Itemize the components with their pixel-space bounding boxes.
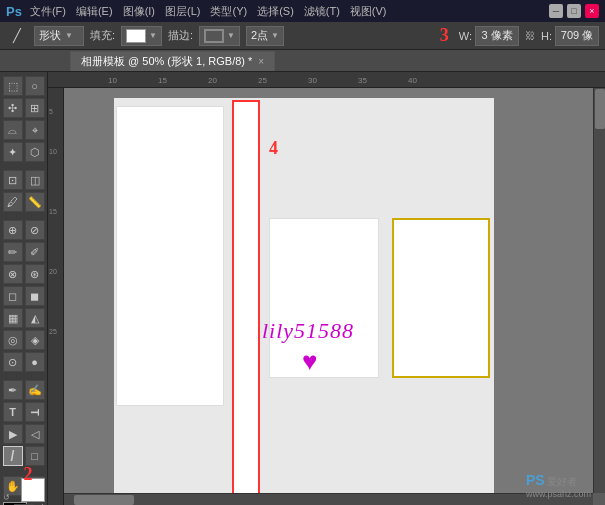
horizontal-scrollbar[interactable] [64,493,593,505]
menu-view[interactable]: 视图(V) [350,4,387,19]
tool-row-8: ✏ ✐ [2,242,46,262]
tall-red-shape[interactable] [232,100,260,493]
ps-watermark: PS 爱好者 www.psahz.com [526,472,591,499]
ruler-mark-35: 35 [358,76,367,85]
brush-tool[interactable]: ✏ [3,242,23,262]
path-selection-tool[interactable]: ▶ [3,424,23,444]
watermark-site: 爱好者 [547,476,577,487]
healing-brush-tool[interactable]: ⊕ [3,220,23,240]
paint-bucket-tool[interactable]: ◭ [25,308,45,328]
clone-stamp-tool[interactable]: ⊗ [3,264,23,284]
polygonal-lasso-tool[interactable]: ⌖ [25,120,45,140]
options-bar: ╱ 形状 ▼ 填充: ▼ 描边: ▼ 2点 ▼ 3 W: 3 像素 ⛓ H: 7… [0,22,605,50]
tool-row-14: ✒ ✍ [2,380,46,400]
tool-row-5: ⊡ ◫ [2,170,46,190]
stroke-color-swatch[interactable]: ▼ [199,26,240,46]
menu-image[interactable]: 图像(I) [123,4,155,19]
blur-tool[interactable]: ◎ [3,330,23,350]
menu-file[interactable]: 文件(F) [30,4,66,19]
pen-tool[interactable]: ✒ [3,380,23,400]
ruler-mark-20v: 20 [49,268,57,275]
annotation-2: 2 [24,464,33,485]
ruler-mark-5: 5 [49,108,53,115]
minimize-button[interactable]: ─ [549,4,563,18]
slice-tool[interactable]: ◫ [25,170,45,190]
reset-colors-icon[interactable]: ↺ [3,493,10,502]
eyedropper-tool[interactable]: 🖊 [3,192,23,212]
move-tool[interactable]: ✣ [3,98,23,118]
line-tool[interactable]: / [3,446,23,466]
menu-bar[interactable]: 文件(F) 编辑(E) 图像(I) 图层(L) 类型(Y) 选择(S) 滤镜(T… [30,4,387,19]
window-controls[interactable]: ─ □ × [549,4,599,18]
ruler-mark-30: 30 [308,76,317,85]
ps-logo: Ps [6,4,22,19]
stroke-swatch[interactable] [204,29,224,43]
right-yellow-box[interactable] [392,218,490,378]
burn-tool[interactable]: ● [25,352,45,372]
tab-close-button[interactable]: × [258,56,264,67]
menu-layer[interactable]: 图层(L) [165,4,200,19]
height-input[interactable]: 709 像 [555,26,599,46]
gradient-tool[interactable]: ▦ [3,308,23,328]
ruler-mark-15v: 15 [49,208,57,215]
ruler-tool[interactable]: 📏 [25,192,45,212]
menu-edit[interactable]: 编辑(E) [76,4,113,19]
tool-row-13: ⊙ ● [2,352,46,372]
fill-color-swatch[interactable]: ▼ [121,26,162,46]
tool-mode-arrow: ▼ [65,31,73,40]
background-eraser-tool[interactable]: ◼ [25,286,45,306]
tool-mode-dropdown[interactable]: 形状 ▼ [34,26,84,46]
shape-tool[interactable]: □ [25,446,45,466]
tool-row-17: / □ [2,446,46,466]
tool-row-10: ◻ ◼ [2,286,46,306]
horizontal-scrollbar-thumb[interactable] [74,495,134,505]
tool-row-6: 🖊 📏 [2,192,46,212]
canvas-area[interactable]: 10 15 20 25 30 35 40 5 10 15 20 25 [48,72,605,505]
direct-selection-tool[interactable]: ◁ [25,424,45,444]
fill-label: 填充: [90,28,115,43]
ruler-mark-15: 15 [158,76,167,85]
eraser-tool[interactable]: ◻ [3,286,23,306]
vertical-text-tool[interactable]: T [25,402,45,422]
pattern-stamp-tool[interactable]: ⊛ [25,264,45,284]
vertical-scrollbar[interactable] [593,88,605,493]
freeform-pen-tool[interactable]: ✍ [25,380,45,400]
vertical-scrollbar-thumb[interactable] [595,89,605,129]
tool-row-11: ▦ ◭ [2,308,46,328]
canvas-paper: 4 lily51588 ♥ [114,98,494,493]
pencil-tool[interactable]: ✐ [25,242,45,262]
artboard-tool[interactable]: ⊞ [25,98,45,118]
menu-filter[interactable]: 滤镜(T) [304,4,340,19]
maximize-button[interactable]: □ [567,4,581,18]
lasso-tool[interactable]: ⌓ [3,120,23,140]
tool-row-1: ⬚ ○ [2,76,46,96]
fill-swatch-white[interactable] [126,29,146,43]
close-button[interactable]: × [585,4,599,18]
quick-select-tool[interactable]: ⬡ [25,142,45,162]
marquee-ellipse-tool[interactable]: ○ [25,76,45,96]
menu-type[interactable]: 类型(Y) [210,4,247,19]
dodge-tool[interactable]: ⊙ [3,352,23,372]
main-area: ⬚ ○ ✣ ⊞ ⌓ ⌖ ✦ ⬡ ⊡ ◫ 🖊 📏 ⊕ ⊘ ✏ [0,72,605,505]
crop-tool[interactable]: ⊡ [3,170,23,190]
annotation-4: 4 [269,138,278,159]
marquee-rect-tool[interactable]: ⬚ [3,76,23,96]
document-tab[interactable]: 相册模板 @ 50% (形状 1, RGB/8) * × [70,51,275,71]
sharpen-tool[interactable]: ◈ [25,330,45,350]
width-label: W: [459,30,472,42]
menu-select[interactable]: 选择(S) [257,4,294,19]
tool-row-2: ✣ ⊞ [2,98,46,118]
lily-heart-symbol: ♥ [302,346,317,377]
magic-wand-tool[interactable]: ✦ [3,142,23,162]
stroke-dropdown-arrow: ▼ [227,31,235,40]
ruler-horizontal: 10 15 20 25 30 35 40 [48,72,605,88]
ruler-mark-20: 20 [208,76,217,85]
patch-tool[interactable]: ⊘ [25,220,45,240]
width-input[interactable]: 3 像素 [475,26,519,46]
width-field: W: 3 像素 [459,26,519,46]
text-tool[interactable]: T [3,402,23,422]
tool-row-7: ⊕ ⊘ [2,220,46,240]
left-white-box [116,106,224,406]
stroke-size-dropdown[interactable]: 2点 ▼ [246,26,284,46]
tab-bar: 相册模板 @ 50% (形状 1, RGB/8) * × [0,50,605,72]
